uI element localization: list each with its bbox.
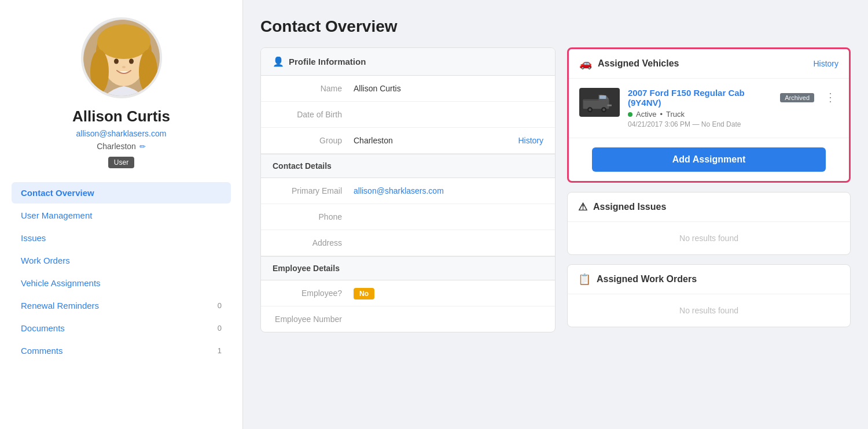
svg-rect-10 xyxy=(599,95,606,99)
dob-field-row: Date of Birth xyxy=(261,102,555,128)
address-label: Address xyxy=(273,238,354,247)
archived-badge: Archived xyxy=(780,93,814,102)
add-assignment-button[interactable]: Add Assignment xyxy=(592,147,825,172)
sidebar-item-vehicle-assignments[interactable]: Vehicle Assignments xyxy=(12,272,231,294)
svg-point-13 xyxy=(589,109,591,112)
work-orders-icon: 📋 xyxy=(578,273,591,286)
employee-label: Employee? xyxy=(273,289,354,298)
profile-card: 👤 Profile Information Name Allison Curti… xyxy=(260,47,556,332)
sidebar-nav: Contact Overview User Management Issues … xyxy=(12,182,231,363)
assigned-vehicles-card: 🚗 Assigned Vehicles History xyxy=(567,47,851,183)
phone-label: Phone xyxy=(273,212,354,221)
assigned-work-orders-header: 📋 Assigned Work Orders xyxy=(568,265,850,294)
profile-icon: 👤 xyxy=(273,56,284,67)
sidebar-item-work-orders[interactable]: Work Orders xyxy=(12,250,231,271)
group-field-row: Group Charleston History xyxy=(261,128,555,154)
issues-icon: ⚠ xyxy=(578,201,587,213)
email-label: Primary Email xyxy=(273,186,354,195)
group-history-link[interactable]: History xyxy=(486,136,543,145)
assigned-issues-title: ⚠ Assigned Issues xyxy=(578,201,666,213)
edit-location-icon[interactable]: ✏ xyxy=(139,142,146,151)
phone-field-row: Phone xyxy=(261,204,555,230)
assigned-work-orders-card: 📋 Assigned Work Orders No results found xyxy=(567,264,851,327)
svg-point-6 xyxy=(114,59,119,64)
profile-section-header: 👤 Profile Information xyxy=(261,48,555,76)
name-value: Allison Curtis xyxy=(354,84,486,93)
add-assignment-wrap: Add Assignment xyxy=(569,138,849,181)
group-label: Group xyxy=(273,136,354,145)
assigned-issues-card: ⚠ Assigned Issues No results found xyxy=(567,192,851,255)
user-role-badge: User xyxy=(108,157,134,168)
contact-details-header: Contact Details xyxy=(261,154,555,178)
sidebar-item-comments[interactable]: Comments 1 xyxy=(12,340,231,361)
profile-panel: 👤 Profile Information Name Allison Curti… xyxy=(260,47,556,342)
vehicle-thumbnail xyxy=(579,88,620,117)
name-field-row: Name Allison Curtis xyxy=(261,76,555,102)
documents-count: 0 xyxy=(218,324,222,332)
sidebar-item-user-management[interactable]: User Management xyxy=(12,205,231,226)
vehicle-info: 2007 Ford F150 Regular Cab (9Y4NV) Archi… xyxy=(628,88,814,128)
sidebar: Allison Curtis allison@sharklasers.com C… xyxy=(0,0,243,429)
page-title: Contact Overview xyxy=(260,17,851,36)
employee-number-label: Employee Number xyxy=(273,315,354,324)
assigned-vehicles-title: 🚗 Assigned Vehicles xyxy=(579,57,679,70)
assigned-issues-header: ⚠ Assigned Issues xyxy=(568,193,850,222)
dob-label: Date of Birth xyxy=(273,110,354,119)
main-content: Contact Overview 👤 Profile Information N… xyxy=(243,0,868,429)
assigned-vehicles-header: 🚗 Assigned Vehicles History xyxy=(569,49,849,79)
user-name: Allison Curtis xyxy=(72,108,170,125)
user-email[interactable]: allison@sharklasers.com xyxy=(76,129,167,138)
group-value: Charleston xyxy=(354,136,486,145)
svg-rect-9 xyxy=(583,99,609,109)
employee-value: No xyxy=(354,289,486,298)
vehicles-history-link[interactable]: History xyxy=(813,59,838,68)
assigned-work-orders-title: 📋 Assigned Work Orders xyxy=(578,273,697,286)
svg-point-8 xyxy=(122,66,126,68)
comments-count: 1 xyxy=(218,346,222,355)
vehicle-item: 2007 Ford F150 Regular Cab (9Y4NV) Archi… xyxy=(569,79,849,138)
vehicle-date: 04/21/2017 3:06 PM — No End Date xyxy=(628,120,814,128)
svg-point-5 xyxy=(139,50,157,94)
vehicle-status: Active • Truck xyxy=(628,110,814,119)
svg-point-4 xyxy=(90,50,109,94)
vehicle-name: 2007 Ford F150 Regular Cab (9Y4NV) Archi… xyxy=(628,88,814,108)
car-icon: 🚗 xyxy=(579,57,592,70)
employee-number-field-row: Employee Number xyxy=(261,306,555,332)
email-field-row: Primary Email allison@sharklasers.com xyxy=(261,178,555,204)
svg-point-7 xyxy=(129,59,134,64)
svg-point-3 xyxy=(97,24,150,59)
renewal-reminders-count: 0 xyxy=(218,301,222,310)
active-status-dot xyxy=(628,112,632,117)
sidebar-item-documents[interactable]: Documents 0 xyxy=(12,317,231,339)
svg-rect-16 xyxy=(583,100,598,101)
sidebar-item-renewal-reminders[interactable]: Renewal Reminders 0 xyxy=(12,295,231,316)
issues-no-results: No results found xyxy=(568,222,850,254)
svg-point-15 xyxy=(602,109,605,112)
sidebar-item-contact-overview[interactable]: Contact Overview xyxy=(12,182,231,204)
address-field-row: Address xyxy=(261,230,555,256)
sidebar-item-issues[interactable]: Issues xyxy=(12,227,231,249)
avatar xyxy=(81,17,162,98)
right-panel: 🚗 Assigned Vehicles History xyxy=(567,47,851,327)
email-value[interactable]: allison@sharklasers.com xyxy=(354,186,486,195)
employee-field-row: Employee? No xyxy=(261,280,555,306)
name-label: Name xyxy=(273,84,354,93)
employee-details-header: Employee Details xyxy=(261,256,555,280)
user-location: Charleston ✏ xyxy=(97,142,146,151)
svg-rect-11 xyxy=(608,105,612,106)
employee-badge: No xyxy=(354,288,374,299)
vehicle-more-menu[interactable]: ⋮ xyxy=(822,88,838,106)
work-orders-no-results: No results found xyxy=(568,294,850,327)
